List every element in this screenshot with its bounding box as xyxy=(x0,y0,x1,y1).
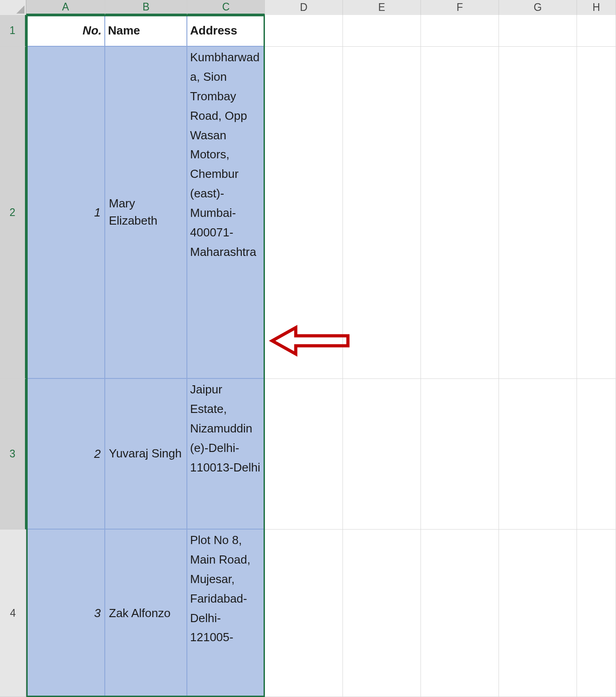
spreadsheet: ABCDEFGH 1234 No.NameAddress1Mary Elizab… xyxy=(0,0,616,697)
cell-C1[interactable]: Address xyxy=(187,15,265,47)
cell-D1[interactable] xyxy=(265,15,343,47)
cell-A1[interactable]: No. xyxy=(26,15,105,47)
cell-G2[interactable] xyxy=(499,47,577,379)
column-header-G[interactable]: G xyxy=(499,0,577,15)
cell-H3[interactable] xyxy=(577,379,616,530)
cell-E3[interactable] xyxy=(343,379,421,530)
cell-D2[interactable] xyxy=(265,47,343,379)
cell-F1[interactable] xyxy=(421,15,499,47)
row-header-2[interactable]: 2 xyxy=(0,47,26,379)
column-header-F[interactable]: F xyxy=(421,0,499,15)
cell-B3[interactable]: Yuvaraj Singh xyxy=(105,379,187,530)
cell-F2[interactable] xyxy=(421,47,499,379)
cell-D4[interactable] xyxy=(265,530,343,697)
cell-E1[interactable] xyxy=(343,15,421,47)
select-all-corner[interactable] xyxy=(0,0,26,15)
row-headers: 1234 xyxy=(0,15,26,697)
cell-H1[interactable] xyxy=(577,15,616,47)
cell-E4[interactable] xyxy=(343,530,421,697)
cell-C4[interactable]: Plot No 8, Main Road, Mujesar, Faridabad… xyxy=(187,530,265,697)
column-header-A[interactable]: A xyxy=(26,0,105,15)
row-header-1[interactable]: 1 xyxy=(0,15,26,47)
row-header-4[interactable]: 4 xyxy=(0,530,26,697)
column-header-D[interactable]: D xyxy=(265,0,343,15)
row-header-3[interactable]: 3 xyxy=(0,379,26,530)
column-header-C[interactable]: C xyxy=(187,0,265,15)
column-header-E[interactable]: E xyxy=(343,0,421,15)
cell-G3[interactable] xyxy=(499,379,577,530)
cell-F4[interactable] xyxy=(421,530,499,697)
cell-B1[interactable]: Name xyxy=(105,15,187,47)
cell-D3[interactable] xyxy=(265,379,343,530)
cell-G4[interactable] xyxy=(499,530,577,697)
cell-E2[interactable] xyxy=(343,47,421,379)
cell-B4[interactable]: Zak Alfonzo xyxy=(105,530,187,697)
cell-B2[interactable]: Mary Elizabeth xyxy=(105,47,187,379)
column-header-H[interactable]: H xyxy=(577,0,616,15)
cell-C2[interactable]: Kumbharwada, Sion Trombay Road, Opp Wasa… xyxy=(187,47,265,379)
cell-A3[interactable]: 2 xyxy=(26,379,105,530)
cell-F3[interactable] xyxy=(421,379,499,530)
cell-A4[interactable]: 3 xyxy=(26,530,105,697)
cell-C3[interactable]: Jaipur Estate, Nizamuddin (e)-Delhi-1100… xyxy=(187,379,265,530)
select-all-icon xyxy=(16,5,24,14)
column-header-B[interactable]: B xyxy=(105,0,187,15)
svg-marker-0 xyxy=(16,5,24,14)
cell-H4[interactable] xyxy=(577,530,616,697)
cell-A2[interactable]: 1 xyxy=(26,47,105,379)
cells-area[interactable]: No.NameAddress1Mary ElizabethKumbharwada… xyxy=(26,15,616,697)
cell-H2[interactable] xyxy=(577,47,616,379)
column-headers: ABCDEFGH xyxy=(0,0,616,15)
cell-G1[interactable] xyxy=(499,15,577,47)
